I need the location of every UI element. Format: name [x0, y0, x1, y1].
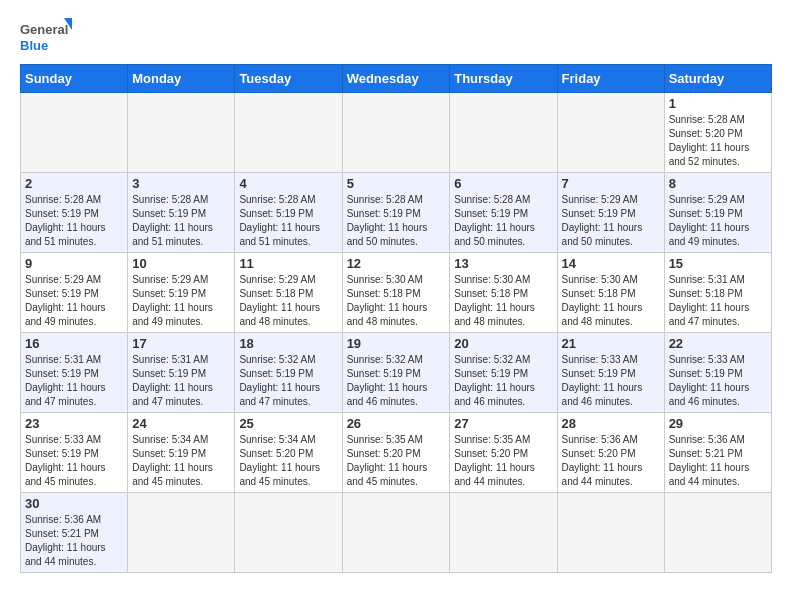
table-row: 9Sunrise: 5:29 AMSunset: 5:19 PMDaylight… [21, 253, 128, 333]
sunrise-time: Sunrise: 5:31 AM [669, 273, 767, 287]
table-row: 2Sunrise: 5:28 AMSunset: 5:19 PMDaylight… [21, 173, 128, 253]
sunrise-time: Sunrise: 5:32 AM [347, 353, 446, 367]
sunset-time: Sunset: 5:19 PM [669, 367, 767, 381]
sunset-time: Sunset: 5:19 PM [454, 367, 552, 381]
table-row: 17Sunrise: 5:31 AMSunset: 5:19 PMDayligh… [128, 333, 235, 413]
day-number: 28 [562, 416, 660, 431]
table-row [557, 493, 664, 573]
table-row: 29Sunrise: 5:36 AMSunset: 5:21 PMDayligh… [664, 413, 771, 493]
table-row: 27Sunrise: 5:35 AMSunset: 5:20 PMDayligh… [450, 413, 557, 493]
col-tuesday: Tuesday [235, 65, 342, 93]
daylight-hours: Daylight: 11 hours and 49 minutes. [669, 221, 767, 249]
sunset-time: Sunset: 5:19 PM [454, 207, 552, 221]
day-number: 5 [347, 176, 446, 191]
sunset-time: Sunset: 5:19 PM [25, 447, 123, 461]
col-thursday: Thursday [450, 65, 557, 93]
table-row [557, 93, 664, 173]
sunrise-time: Sunrise: 5:29 AM [669, 193, 767, 207]
daylight-hours: Daylight: 11 hours and 48 minutes. [347, 301, 446, 329]
table-row: 20Sunrise: 5:32 AMSunset: 5:19 PMDayligh… [450, 333, 557, 413]
day-number: 19 [347, 336, 446, 351]
day-info: Sunrise: 5:31 AMSunset: 5:18 PMDaylight:… [669, 273, 767, 329]
sunrise-time: Sunrise: 5:29 AM [25, 273, 123, 287]
day-info: Sunrise: 5:28 AMSunset: 5:19 PMDaylight:… [25, 193, 123, 249]
sunset-time: Sunset: 5:20 PM [562, 447, 660, 461]
svg-text:Blue: Blue [20, 38, 48, 53]
table-row [235, 93, 342, 173]
daylight-hours: Daylight: 11 hours and 48 minutes. [454, 301, 552, 329]
calendar-table: Sunday Monday Tuesday Wednesday Thursday… [20, 64, 772, 573]
sunset-time: Sunset: 5:19 PM [25, 207, 123, 221]
calendar-week-row: 9Sunrise: 5:29 AMSunset: 5:19 PMDaylight… [21, 253, 772, 333]
day-number: 27 [454, 416, 552, 431]
day-info: Sunrise: 5:28 AMSunset: 5:19 PMDaylight:… [347, 193, 446, 249]
day-info: Sunrise: 5:31 AMSunset: 5:19 PMDaylight:… [132, 353, 230, 409]
table-row [128, 93, 235, 173]
col-monday: Monday [128, 65, 235, 93]
sunrise-time: Sunrise: 5:31 AM [132, 353, 230, 367]
table-row [450, 93, 557, 173]
day-info: Sunrise: 5:29 AMSunset: 5:19 PMDaylight:… [132, 273, 230, 329]
table-row [342, 93, 450, 173]
daylight-hours: Daylight: 11 hours and 44 minutes. [454, 461, 552, 489]
table-row: 23Sunrise: 5:33 AMSunset: 5:19 PMDayligh… [21, 413, 128, 493]
day-number: 30 [25, 496, 123, 511]
daylight-hours: Daylight: 11 hours and 51 minutes. [132, 221, 230, 249]
sunset-time: Sunset: 5:18 PM [347, 287, 446, 301]
daylight-hours: Daylight: 11 hours and 44 minutes. [562, 461, 660, 489]
table-row: 15Sunrise: 5:31 AMSunset: 5:18 PMDayligh… [664, 253, 771, 333]
table-row: 4Sunrise: 5:28 AMSunset: 5:19 PMDaylight… [235, 173, 342, 253]
sunrise-time: Sunrise: 5:34 AM [132, 433, 230, 447]
sunrise-time: Sunrise: 5:28 AM [454, 193, 552, 207]
day-info: Sunrise: 5:29 AMSunset: 5:19 PMDaylight:… [562, 193, 660, 249]
day-info: Sunrise: 5:32 AMSunset: 5:19 PMDaylight:… [347, 353, 446, 409]
sunrise-time: Sunrise: 5:30 AM [454, 273, 552, 287]
daylight-hours: Daylight: 11 hours and 50 minutes. [454, 221, 552, 249]
sunrise-time: Sunrise: 5:29 AM [562, 193, 660, 207]
daylight-hours: Daylight: 11 hours and 46 minutes. [562, 381, 660, 409]
table-row: 3Sunrise: 5:28 AMSunset: 5:19 PMDaylight… [128, 173, 235, 253]
daylight-hours: Daylight: 11 hours and 48 minutes. [239, 301, 337, 329]
calendar-week-row: 30Sunrise: 5:36 AMSunset: 5:21 PMDayligh… [21, 493, 772, 573]
sunset-time: Sunset: 5:20 PM [239, 447, 337, 461]
daylight-hours: Daylight: 11 hours and 44 minutes. [669, 461, 767, 489]
day-number: 18 [239, 336, 337, 351]
generalblue-logo-icon: General Blue [20, 16, 72, 56]
sunrise-time: Sunrise: 5:28 AM [239, 193, 337, 207]
col-wednesday: Wednesday [342, 65, 450, 93]
sunset-time: Sunset: 5:19 PM [562, 367, 660, 381]
sunset-time: Sunset: 5:18 PM [562, 287, 660, 301]
daylight-hours: Daylight: 11 hours and 46 minutes. [669, 381, 767, 409]
day-number: 17 [132, 336, 230, 351]
sunset-time: Sunset: 5:19 PM [239, 367, 337, 381]
sunrise-time: Sunrise: 5:30 AM [562, 273, 660, 287]
sunset-time: Sunset: 5:18 PM [454, 287, 552, 301]
table-row [128, 493, 235, 573]
table-row [21, 93, 128, 173]
sunrise-time: Sunrise: 5:28 AM [347, 193, 446, 207]
sunset-time: Sunset: 5:19 PM [562, 207, 660, 221]
day-number: 7 [562, 176, 660, 191]
sunrise-time: Sunrise: 5:36 AM [25, 513, 123, 527]
table-row: 11Sunrise: 5:29 AMSunset: 5:18 PMDayligh… [235, 253, 342, 333]
day-info: Sunrise: 5:36 AMSunset: 5:21 PMDaylight:… [25, 513, 123, 569]
day-number: 25 [239, 416, 337, 431]
daylight-hours: Daylight: 11 hours and 44 minutes. [25, 541, 123, 569]
day-info: Sunrise: 5:34 AMSunset: 5:19 PMDaylight:… [132, 433, 230, 489]
day-info: Sunrise: 5:29 AMSunset: 5:18 PMDaylight:… [239, 273, 337, 329]
table-row: 10Sunrise: 5:29 AMSunset: 5:19 PMDayligh… [128, 253, 235, 333]
sunrise-time: Sunrise: 5:32 AM [454, 353, 552, 367]
day-number: 6 [454, 176, 552, 191]
day-number: 1 [669, 96, 767, 111]
logo: General Blue [20, 16, 72, 56]
daylight-hours: Daylight: 11 hours and 45 minutes. [132, 461, 230, 489]
calendar-week-row: 2Sunrise: 5:28 AMSunset: 5:19 PMDaylight… [21, 173, 772, 253]
sunset-time: Sunset: 5:21 PM [25, 527, 123, 541]
table-row [235, 493, 342, 573]
sunset-time: Sunset: 5:19 PM [25, 367, 123, 381]
sunrise-time: Sunrise: 5:33 AM [669, 353, 767, 367]
sunrise-time: Sunrise: 5:35 AM [347, 433, 446, 447]
day-number: 2 [25, 176, 123, 191]
calendar-week-row: 1Sunrise: 5:28 AMSunset: 5:20 PMDaylight… [21, 93, 772, 173]
table-row: 14Sunrise: 5:30 AMSunset: 5:18 PMDayligh… [557, 253, 664, 333]
